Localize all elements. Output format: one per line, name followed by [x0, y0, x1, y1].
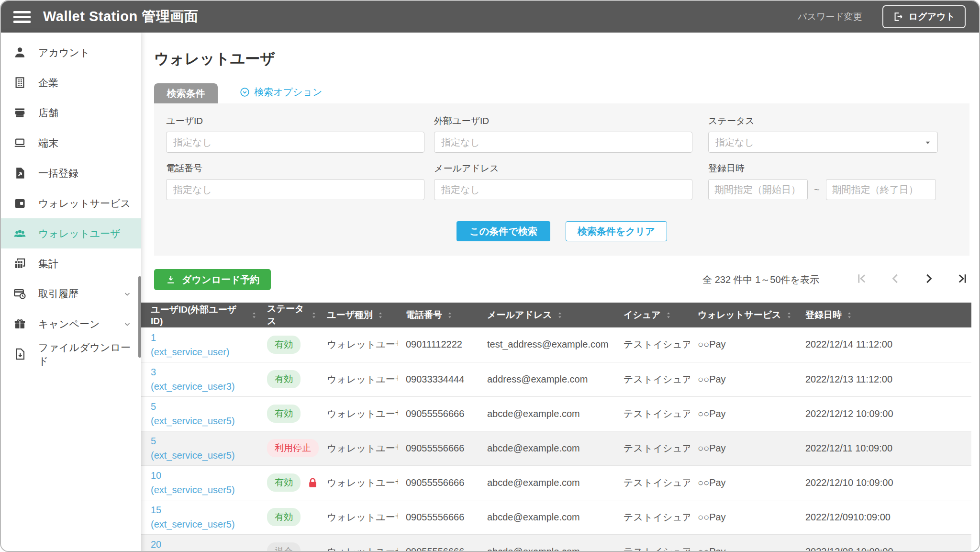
- sidebar-item-9[interactable]: キャンペーン: [1, 309, 141, 339]
- sort-icon[interactable]: [377, 312, 384, 319]
- issuer-cell: テストイシュア1: [616, 431, 690, 465]
- ext-user-id-link[interactable]: (ext_service_user5): [151, 483, 256, 497]
- user-id-link[interactable]: 5: [151, 399, 256, 414]
- phone-cell: 09055556666: [398, 431, 479, 465]
- download-reserve-button[interactable]: ダウンロード予約: [154, 269, 271, 290]
- user-id-input[interactable]: [166, 132, 424, 153]
- sidebar-item-8[interactable]: 取引履歴: [1, 279, 141, 309]
- sidebar-item-0[interactable]: アカウント: [1, 37, 141, 68]
- phone-cell: 09055556666: [398, 500, 479, 534]
- ext-user-id-link[interactable]: (ext_service_user3): [151, 379, 256, 394]
- email-cell: abcde@example.com: [479, 396, 616, 431]
- sidebar-item-2[interactable]: 店舗: [1, 98, 141, 128]
- sidebar-item-4[interactable]: 一括登録: [1, 158, 141, 188]
- table-row: 10(ext_service_user5)有効ウォレットユーザ090555566…: [141, 465, 971, 500]
- user-id-link[interactable]: 1: [151, 330, 256, 345]
- sort-icon[interactable]: [311, 312, 317, 319]
- sidebar-nav: アカウント企業店舗端末一括登録ウォレットサービスウォレットユーザ集計取引履歴キャ…: [1, 37, 141, 369]
- card-clock-icon: [13, 287, 26, 300]
- status-cell: 退会: [259, 534, 319, 552]
- sidebar-item-10[interactable]: ファイルダウンロード: [1, 339, 141, 369]
- user-id-cell: 10(ext_service_user5): [141, 465, 259, 500]
- search-panel: ユーザID 外部ユーザID ステータス 指定なし: [154, 103, 969, 256]
- logout-icon: [893, 11, 903, 22]
- status-badge: 有効: [267, 405, 301, 423]
- ext-user-id-link[interactable]: (ext_service_user): [151, 345, 256, 359]
- email-cell: address@example.com: [479, 362, 616, 396]
- file-download-icon: [13, 348, 26, 360]
- sidebar-item-label: 集計: [38, 257, 58, 270]
- table-row: 1(ext_service_user)有効ウォレットユーザ09011112222…: [141, 327, 971, 362]
- sheets-icon: [13, 257, 26, 270]
- search-fields-row-2: 電話番号 メールアドレス 登録日時 ~: [166, 162, 969, 210]
- sidebar-item-7[interactable]: 集計: [1, 248, 141, 279]
- phone-input[interactable]: [166, 179, 424, 200]
- search-tab-row: 検索条件 検索オプション: [154, 83, 969, 103]
- search-buttons: この条件で検索 検索条件をクリア: [166, 221, 969, 241]
- email-label: メールアドレス: [434, 162, 692, 175]
- tab-search-conditions[interactable]: 検索条件: [154, 83, 218, 103]
- sidebar-item-5[interactable]: ウォレットサービス: [1, 188, 141, 218]
- table-header-row: ユーザID(外部ユーザID)ステータスユーザ種別電話番号メールアドレスイシュアウ…: [141, 303, 971, 327]
- table-row: 5(ext_service_user5)有効ウォレットユーザ0905555666…: [141, 396, 971, 431]
- ext-user-id-link[interactable]: (ext_service_user5): [151, 414, 256, 428]
- wallet-icon: [13, 197, 26, 210]
- sidebar-item-label: ウォレットユーザ: [38, 227, 120, 240]
- sort-icon[interactable]: [557, 312, 563, 319]
- ext-user-id-link[interactable]: (ext_service_user5): [151, 448, 256, 462]
- page-prev-button[interactable]: [888, 271, 902, 286]
- phone-cell: 09055556666: [398, 396, 479, 431]
- page-next-button[interactable]: [922, 271, 936, 286]
- user-id-link[interactable]: 3: [151, 365, 256, 379]
- user-type-cell: ウォレットユーザ: [319, 362, 398, 396]
- column-header: ユーザ種別: [319, 303, 398, 327]
- search-button[interactable]: この条件で検索: [457, 221, 550, 241]
- sidebar-item-3[interactable]: 端末: [1, 128, 141, 158]
- issuer-cell: テストイシュア1: [616, 327, 690, 362]
- field-phone: 電話番号: [166, 162, 434, 200]
- sort-icon[interactable]: [665, 312, 672, 319]
- sidebar-scrollbar[interactable]: [138, 276, 141, 358]
- logout-button[interactable]: ログアウト: [882, 5, 966, 28]
- user-id-link[interactable]: 5: [151, 434, 256, 448]
- status-badge: 退会: [267, 542, 301, 552]
- page-first-button[interactable]: [855, 271, 869, 286]
- user-type-cell: ウォレットユーザ: [319, 465, 398, 500]
- sidebar-item-label: ファイルダウンロード: [38, 341, 132, 368]
- status-select[interactable]: 指定なし: [708, 132, 938, 153]
- app-title: Wallet Station 管理画面: [43, 7, 198, 26]
- sidebar-item-1[interactable]: 企業: [1, 68, 141, 98]
- sort-icon[interactable]: [786, 312, 792, 319]
- ext-user-id-link[interactable]: (ext_service_user5): [151, 517, 256, 531]
- search-options-link[interactable]: 検索オプション: [240, 86, 322, 99]
- password-change-link[interactable]: パスワード変更: [798, 11, 862, 23]
- email-cell: abcde@example.com: [479, 534, 616, 552]
- sidebar-item-6[interactable]: ウォレットユーザ: [1, 218, 141, 248]
- email-cell: abcde@example.com: [479, 465, 616, 500]
- phone-cell: 09033334444: [398, 362, 479, 396]
- file-upload-icon: [13, 167, 26, 180]
- registered-at-cell: 2022/12/10 10:09:00: [798, 465, 971, 500]
- registered-at-cell: 2022/12/13 11:12:00: [798, 362, 971, 396]
- clear-search-button[interactable]: 検索条件をクリア: [566, 221, 667, 241]
- issuer-cell: テストイシュア1: [616, 465, 690, 500]
- sidebar-item-label: ウォレットサービス: [38, 197, 131, 210]
- hamburger-menu-icon[interactable]: [13, 11, 31, 23]
- sort-icon[interactable]: [446, 312, 453, 319]
- status-cell: 有効: [259, 500, 319, 534]
- user-id-link[interactable]: 15: [151, 503, 256, 517]
- email-input[interactable]: [434, 179, 692, 200]
- ext-user-id-input[interactable]: [434, 132, 692, 153]
- sidebar-item-label: 取引履歴: [38, 287, 78, 301]
- registered-end-input[interactable]: [826, 179, 936, 200]
- email-cell: test_address@example.com: [479, 327, 616, 362]
- table-body: 1(ext_service_user)有効ウォレットユーザ09011112222…: [141, 327, 971, 552]
- registered-start-input[interactable]: [708, 179, 808, 200]
- sort-icon[interactable]: [846, 312, 853, 319]
- user-id-link[interactable]: 10: [151, 468, 256, 483]
- user-id-link[interactable]: 20: [151, 537, 256, 552]
- status-cell: 有効: [259, 327, 319, 362]
- wallet-service-cell: ○○Pay: [690, 362, 798, 396]
- page-last-button[interactable]: [955, 271, 969, 286]
- sort-icon[interactable]: [251, 312, 257, 319]
